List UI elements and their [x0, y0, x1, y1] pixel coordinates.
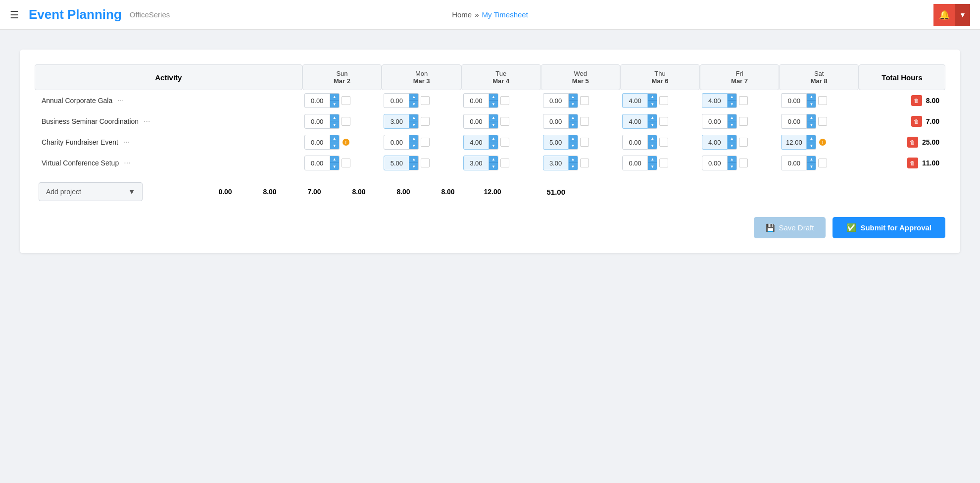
note-icon[interactable]: [421, 117, 430, 126]
spin-up-button[interactable]: ▲: [728, 94, 736, 101]
spin-down-button[interactable]: ▼: [489, 121, 498, 128]
spin-up-button[interactable]: ▲: [728, 156, 736, 163]
time-input[interactable]: [463, 156, 489, 170]
spin-down-button[interactable]: ▼: [648, 163, 657, 170]
note-icon[interactable]: [659, 138, 668, 147]
note-icon[interactable]: [421, 159, 430, 167]
spin-up-button[interactable]: ▲: [409, 156, 418, 163]
time-input[interactable]: [622, 93, 648, 108]
spin-down-button[interactable]: ▼: [807, 121, 816, 128]
note-icon[interactable]: [500, 159, 509, 167]
spin-down-button[interactable]: ▼: [489, 163, 498, 170]
spin-up-button[interactable]: ▲: [330, 114, 339, 121]
spin-down-button[interactable]: ▼: [489, 142, 498, 149]
spin-up-button[interactable]: ▲: [648, 135, 657, 142]
row-menu-icon[interactable]: ···: [141, 117, 153, 126]
spin-up-button[interactable]: ▲: [409, 135, 418, 142]
time-input[interactable]: [463, 114, 489, 129]
spin-down-button[interactable]: ▼: [569, 101, 578, 107]
spin-up-button[interactable]: ▲: [569, 94, 578, 101]
time-input[interactable]: [702, 156, 728, 170]
time-input[interactable]: [384, 93, 409, 108]
spin-up-button[interactable]: ▲: [648, 156, 657, 163]
spin-up-button[interactable]: ▲: [569, 135, 578, 142]
spin-up-button[interactable]: ▲: [489, 94, 498, 101]
note-icon[interactable]: [739, 138, 748, 147]
spin-up-button[interactable]: ▲: [409, 94, 418, 101]
note-icon[interactable]: [421, 96, 430, 105]
spin-down-button[interactable]: ▼: [409, 142, 418, 149]
spin-down-button[interactable]: ▼: [569, 163, 578, 170]
time-input[interactable]: [781, 114, 807, 129]
spin-down-button[interactable]: ▼: [807, 163, 816, 170]
row-menu-icon[interactable]: ···: [120, 138, 133, 147]
spin-up-button[interactable]: ▲: [569, 156, 578, 163]
notification-button[interactable]: 🔔: [933, 4, 955, 26]
spin-down-button[interactable]: ▼: [728, 163, 736, 170]
spin-down-button[interactable]: ▼: [728, 142, 736, 149]
spin-down-button[interactable]: ▼: [807, 101, 816, 107]
note-icon[interactable]: [342, 117, 350, 126]
nav-current-link[interactable]: My Timesheet: [482, 10, 528, 19]
note-icon[interactable]: [580, 96, 589, 105]
time-input[interactable]: [543, 156, 569, 170]
spin-down-button[interactable]: ▼: [409, 101, 418, 107]
spin-up-button[interactable]: ▲: [489, 114, 498, 121]
spin-down-button[interactable]: ▼: [330, 101, 339, 107]
spin-down-button[interactable]: ▼: [330, 142, 339, 149]
spin-up-button[interactable]: ▲: [807, 94, 816, 101]
time-input[interactable]: [622, 156, 648, 170]
time-input[interactable]: [384, 135, 409, 150]
spin-up-button[interactable]: ▲: [728, 135, 736, 142]
note-icon[interactable]: [580, 117, 589, 126]
note-icon[interactable]: [739, 159, 748, 167]
spin-up-button[interactable]: ▲: [648, 114, 657, 121]
spin-down-button[interactable]: ▼: [409, 163, 418, 170]
time-input[interactable]: [781, 135, 807, 150]
spin-up-button[interactable]: ▲: [330, 94, 339, 101]
delete-row-button[interactable]: 🗑: [911, 116, 922, 127]
spin-down-button[interactable]: ▼: [648, 121, 657, 128]
nav-home-link[interactable]: Home: [452, 10, 472, 19]
spin-down-button[interactable]: ▼: [648, 101, 657, 107]
note-icon[interactable]: [818, 117, 827, 126]
spin-down-button[interactable]: ▼: [330, 121, 339, 128]
time-input[interactable]: [384, 114, 409, 129]
spin-up-button[interactable]: ▲: [489, 135, 498, 142]
note-icon[interactable]: [500, 96, 509, 105]
note-icon[interactable]: [580, 138, 589, 147]
note-icon[interactable]: [342, 96, 350, 105]
spin-up-button[interactable]: ▲: [728, 114, 736, 121]
spin-down-button[interactable]: ▼: [807, 142, 816, 149]
time-input[interactable]: [781, 156, 807, 170]
time-input[interactable]: [702, 93, 728, 108]
delete-row-button[interactable]: 🗑: [907, 137, 918, 148]
spin-up-button[interactable]: ▲: [648, 94, 657, 101]
note-icon[interactable]: [500, 138, 509, 147]
spin-up-button[interactable]: ▲: [807, 135, 816, 142]
spin-up-button[interactable]: ▲: [409, 114, 418, 121]
spin-down-button[interactable]: ▼: [330, 163, 339, 170]
note-icon[interactable]: [818, 96, 827, 105]
note-icon[interactable]: [500, 117, 509, 126]
time-input[interactable]: [622, 114, 648, 129]
spin-down-button[interactable]: ▼: [489, 101, 498, 107]
note-icon[interactable]: [342, 159, 350, 167]
spin-down-button[interactable]: ▼: [728, 121, 736, 128]
note-icon[interactable]: [659, 117, 668, 126]
time-input[interactable]: [781, 93, 807, 108]
spin-up-button[interactable]: ▲: [330, 135, 339, 142]
row-menu-icon[interactable]: ···: [121, 159, 133, 167]
note-icon[interactable]: [659, 159, 668, 167]
spin-down-button[interactable]: ▼: [569, 142, 578, 149]
note-icon[interactable]: [739, 117, 748, 126]
spin-up-button[interactable]: ▲: [330, 156, 339, 163]
note-icon[interactable]: [580, 159, 589, 167]
time-input[interactable]: [543, 135, 569, 150]
time-input[interactable]: [702, 135, 728, 150]
save-draft-button[interactable]: 💾 Save Draft: [754, 217, 826, 238]
spin-down-button[interactable]: ▼: [569, 121, 578, 128]
note-icon[interactable]: [818, 159, 827, 167]
time-input[interactable]: [304, 93, 330, 108]
time-input[interactable]: [463, 93, 489, 108]
